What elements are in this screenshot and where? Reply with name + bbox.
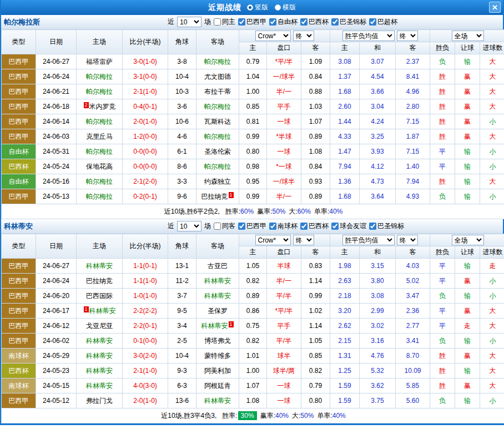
same-venue-checkbox-input[interactable] <box>214 18 221 26</box>
same-venue-checkbox[interactable]: 同客 <box>214 221 235 231</box>
scope-select[interactable]: 全场 <box>452 31 484 41</box>
team-name-text: 米内罗竞 <box>89 103 116 110</box>
league-checkbox-input[interactable] <box>238 223 245 230</box>
league-checkbox[interactable]: 巴圣锦标 <box>331 17 366 27</box>
handicap-result-cell: 输 <box>455 289 480 304</box>
same-venue-checkbox-input[interactable] <box>214 223 221 230</box>
stage-select[interactable]: 终 <box>397 235 418 245</box>
corner-score: 3-4 <box>168 319 196 334</box>
goals-result-cell: 小 <box>480 289 504 304</box>
league-checkbox[interactable]: 球会友谊 <box>331 221 366 231</box>
league-checkbox[interactable]: 南球杯 <box>269 221 298 231</box>
summary-stat-value: 40% <box>275 412 289 420</box>
league-checkbox-input[interactable] <box>238 18 245 26</box>
match-result-cell: 负 <box>430 289 455 304</box>
team-name-text: 科林蒂安 <box>86 352 113 360</box>
goals-result-cell: 小 <box>480 144 504 159</box>
layout-radio-vertical-label: 竖版 <box>255 3 268 12</box>
recent-count-select[interactable]: 10 <box>177 17 201 27</box>
corner-score: 13-6 <box>168 393 196 408</box>
avg-odds-select[interactable]: 胜平负均值 <box>342 31 395 41</box>
league-checkbox-input[interactable] <box>300 223 308 230</box>
column-header: 客 <box>301 42 330 54</box>
recent-count-select[interactable]: 10 <box>177 221 201 231</box>
league-checkbox[interactable]: 自由杯 <box>269 17 298 27</box>
avg-away-odds: 4.96 <box>396 84 430 99</box>
table-row: 巴西甲24-06-12戈亚尼亚2-2(0-1)3-4科林蒂安10.75平手1.1… <box>2 319 504 334</box>
team-name-text: 博塔弗戈 <box>204 337 231 345</box>
summary-row: 近10场,胜3平4负3,胜率:30%赢率:40%大:50%单率:40% <box>2 408 504 423</box>
handicap-result-cell: 赢 <box>455 349 480 364</box>
league-checkbox[interactable]: 巴圣锦标 <box>369 221 404 231</box>
bookmaker-select[interactable]: Crow* <box>255 31 291 41</box>
close-button[interactable]: ✕ <box>489 2 501 13</box>
avg-draw-odds: 3.07 <box>360 54 396 69</box>
team-name-text: 圣保罗 <box>208 307 228 315</box>
games-label: 场 <box>204 221 211 231</box>
league-checkbox-input[interactable] <box>269 18 276 26</box>
corner-score: 4-6 <box>168 129 196 144</box>
table-row: 巴西甲24-05-13帕尔梅拉0-2(0-1)9-6巴拉纳竞10.99半/一0.… <box>2 189 504 204</box>
away-handicap-odds: 0.89 <box>301 129 330 144</box>
away-handicap-odds: 0.79 <box>301 378 330 393</box>
corner-score: 3-7 <box>168 289 196 304</box>
match-date: 24-05-23 <box>36 364 77 378</box>
goals-result-cell: 大 <box>480 69 504 84</box>
away-handicap-odds: 1.08 <box>301 144 330 159</box>
league-checkbox[interactable]: 巴西甲 <box>238 221 266 231</box>
league-badge: 巴西甲 <box>2 129 36 144</box>
team-name: 帕尔梅拉斯 <box>4 17 168 27</box>
goals-result-cell: 大 <box>480 319 504 334</box>
home-team: 巴拉纳竞 <box>77 274 123 289</box>
column-header: 类型 <box>2 234 36 259</box>
layout-radio-horizontal[interactable]: 横版 <box>275 3 296 12</box>
match-score: 0-0(0-0) <box>123 144 168 159</box>
avg-draw-odds: 3.02 <box>360 319 396 334</box>
league-checkbox-input[interactable] <box>300 18 308 26</box>
corner-score: 11-2 <box>168 274 196 289</box>
avg-home-odds: 1.44 <box>330 114 360 129</box>
away-handicap-odds: 0.85 <box>301 349 330 364</box>
match-result-cell: 胜 <box>430 69 455 84</box>
avg-odds-select[interactable]: 胜平负均值 <box>342 235 395 245</box>
league-checkbox-input[interactable] <box>369 18 376 26</box>
match-date: 24-06-21 <box>36 84 77 99</box>
team-name-text: 帕尔梅拉 <box>86 148 113 155</box>
same-venue-checkbox[interactable]: 同主 <box>214 17 235 27</box>
corner-score: 9-6 <box>168 189 196 204</box>
scope-select[interactable]: 全场 <box>452 235 484 245</box>
stage-select[interactable]: 终 <box>293 31 314 41</box>
away-handicap-odds: 1.14 <box>301 274 330 289</box>
home-team: 保地花高 <box>77 159 123 174</box>
stage-select[interactable]: 终 <box>293 235 314 245</box>
league-checkbox[interactable]: 巴超杯 <box>369 17 397 27</box>
away-team: 帕尔梅拉 <box>196 99 239 114</box>
league-checkbox-label: 巴西杯 <box>309 17 329 27</box>
layout-radio-horizontal-label: 横版 <box>283 3 296 12</box>
league-checkbox-label: 南球杯 <box>278 221 298 231</box>
corner-score: 10-3 <box>168 84 196 99</box>
avg-home-odds: 1.98 <box>330 259 360 274</box>
league-checkbox[interactable]: 巴西杯 <box>300 17 329 27</box>
league-checkbox[interactable]: 巴西杯 <box>300 221 329 231</box>
league-checkbox-input[interactable] <box>331 223 339 230</box>
bookmaker-select[interactable]: Crow* <box>255 235 291 245</box>
away-handicap-odds: 0.82 <box>301 364 330 378</box>
stage-select[interactable]: 终 <box>397 31 418 41</box>
match-date: 24-06-18 <box>36 99 77 114</box>
layout-radio-vertical[interactable]: 竖版 <box>247 3 268 12</box>
avg-draw-odds: 3.08 <box>360 289 396 304</box>
summary-stat-value: 40% <box>329 208 342 215</box>
avg-home-odds: 1.68 <box>330 189 360 204</box>
league-checkbox-input[interactable] <box>369 223 376 230</box>
league-checkbox-input[interactable] <box>331 18 339 26</box>
league-checkbox[interactable]: 巴西甲 <box>238 17 266 27</box>
league-checkbox-input[interactable] <box>269 223 276 230</box>
column-header: 角球 <box>168 30 196 54</box>
match-score: 2-0(1-0) <box>123 114 168 129</box>
match-score: 0-4(0-1) <box>123 99 168 114</box>
home-handicap-odds: 0.86 <box>239 304 267 319</box>
avg-home-odds: 1.68 <box>330 84 360 99</box>
league-badge: 南球杯 <box>2 349 36 364</box>
table-header: 类型日期主场比分(半场)角球客场Crow*终胜平负均值终全场主盘口客主和客胜负让… <box>2 234 504 259</box>
